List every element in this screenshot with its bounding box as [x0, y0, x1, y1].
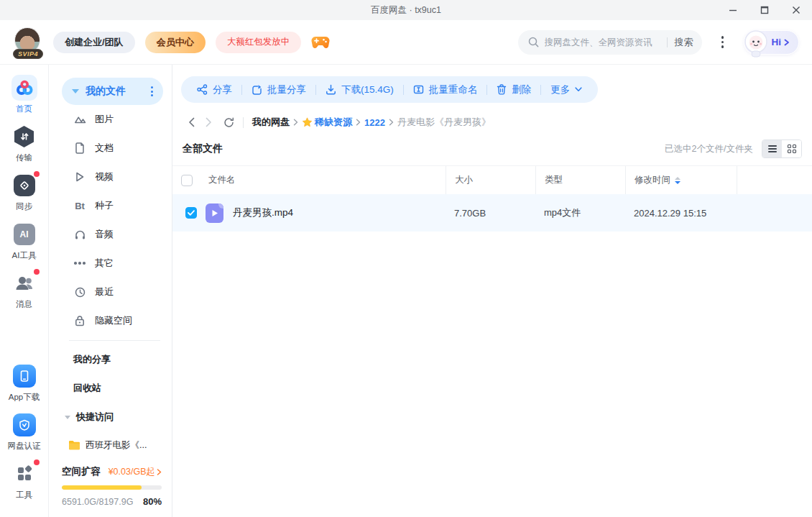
sidebar-item-videos[interactable]: 视频: [62, 163, 163, 191]
rail-item-tools[interactable]: 工具: [11, 461, 37, 500]
sidebar-item-hidden-space[interactable]: 隐藏空间: [62, 306, 163, 335]
vip-center-button[interactable]: 会员中心: [145, 32, 206, 53]
left-rail: 首页 传输 同步: [0, 65, 49, 517]
breadcrumb: 我的网盘 稀缺资源 1222 丹麦电影《丹麦男孩》: [183, 112, 812, 132]
download-button[interactable]: 下载(15.4G): [326, 83, 394, 96]
video-file-icon: [206, 203, 223, 223]
select-all-checkbox[interactable]: [181, 175, 193, 186]
search-submit-button[interactable]: 搜索: [675, 36, 693, 49]
delete-button[interactable]: 删除: [497, 83, 531, 96]
sidebar-item-audio[interactable]: 音频: [62, 220, 163, 249]
rail-item-certification[interactable]: 网盘认证: [8, 412, 41, 452]
game-center-button[interactable]: [311, 35, 330, 50]
rail-item-ai-tools[interactable]: AI AI工具: [11, 221, 37, 261]
view-toggle: [762, 139, 802, 158]
rename-icon: [413, 84, 424, 95]
close-button[interactable]: [780, 0, 812, 20]
search-input[interactable]: [545, 37, 660, 47]
column-modified[interactable]: 修改时间: [625, 166, 737, 194]
svip-badge: SVIP4: [13, 49, 43, 59]
rail-item-transfer[interactable]: 传输: [11, 124, 37, 163]
app-download-icon: [13, 365, 36, 388]
baidu-netdisk-logo-icon: [15, 78, 34, 97]
chevron-right-icon: [783, 39, 790, 46]
notification-dot: [34, 459, 40, 465]
batch-share-button[interactable]: 批量分享: [252, 83, 306, 96]
sidebar-item-my-files[interactable]: 我的文件: [62, 78, 163, 105]
my-files-menu-icon[interactable]: [149, 85, 154, 98]
sidebar-item-documents[interactable]: 文档: [62, 134, 163, 163]
rail-item-home[interactable]: 首页: [11, 75, 37, 114]
breadcrumb-separator-icon: [293, 119, 298, 126]
sidebar-item-recycle-bin[interactable]: 回收站: [62, 374, 163, 403]
storage-progress-fill: [62, 485, 142, 490]
column-name[interactable]: 文件名: [208, 174, 236, 186]
notification-dot: [34, 171, 40, 177]
back-button[interactable]: [183, 114, 200, 131]
more-button[interactable]: 更多: [550, 83, 582, 96]
ellipsis-icon: [74, 262, 86, 265]
list-view-button[interactable]: [762, 140, 782, 157]
red-packet-button[interactable]: 大额红包发放中: [216, 32, 302, 53]
forward-button[interactable]: [200, 114, 217, 131]
toolbar: 分享 批量分享 下载(15.4G) 批量重命名: [181, 76, 812, 103]
row-checkbox[interactable]: [185, 207, 197, 219]
file-size: 7.70GB: [446, 208, 535, 219]
rail-item-sync[interactable]: 同步: [11, 173, 37, 212]
table-header: 文件名 大小 类型 修改时间: [172, 165, 812, 194]
maximize-button[interactable]: [749, 0, 780, 20]
table-row[interactable]: 丹麦男孩.mp4 7.70GB mp4文件 2024.12.29 15:15: [172, 194, 812, 232]
rail-item-messages[interactable]: 消息: [11, 270, 37, 310]
toolbar-divider: [241, 85, 242, 95]
sync-icon: [14, 175, 35, 196]
sidebar-item-pictures[interactable]: 图片: [62, 105, 163, 134]
sort-icon[interactable]: [675, 177, 680, 184]
breadcrumb-separator-icon: [389, 119, 394, 126]
rail-label: 工具: [16, 490, 32, 500]
breadcrumb-starred-folder[interactable]: 稀缺资源: [302, 116, 352, 129]
batch-rename-button[interactable]: 批量重命名: [413, 83, 478, 96]
bt-icon: Bt: [75, 201, 85, 211]
refresh-button[interactable]: [220, 114, 237, 131]
file-table: 文件名 大小 类型 修改时间: [172, 165, 812, 232]
selection-info: 已选中2个文件/文件夹: [665, 143, 753, 155]
ai-assistant-button[interactable]: Hi: [744, 30, 800, 55]
sidebar-quick-access[interactable]: 快捷访问: [62, 403, 163, 431]
play-icon: [75, 171, 85, 183]
breadcrumb-folder-1222[interactable]: 1222: [364, 117, 385, 128]
rail-label: 网盘认证: [8, 441, 41, 452]
more-menu-button[interactable]: [714, 32, 732, 53]
minimize-button[interactable]: [717, 0, 749, 20]
rail-item-app-download[interactable]: App下载: [9, 363, 40, 403]
file-modified: 2024.12.29 15:15: [625, 208, 737, 219]
rail-label: AI工具: [12, 250, 37, 261]
search-icon: [528, 37, 539, 47]
filelist-section-header: 全部文件 已选中2个文件/文件夹: [183, 138, 802, 160]
user-avatar[interactable]: SVIP4: [14, 27, 42, 58]
rail-label: 消息: [16, 299, 32, 310]
folder-icon: [68, 440, 80, 450]
sidebar-item-my-shares[interactable]: 我的分享: [62, 345, 163, 374]
storage-footer: 空间扩容 ¥0.03/GB起 6591.0G/8197.9G 80%: [62, 465, 163, 507]
breadcrumb-root[interactable]: 我的网盘: [252, 116, 290, 129]
search-box[interactable]: 搜索: [518, 30, 702, 55]
window-controls: [717, 0, 812, 20]
column-type[interactable]: 类型: [535, 166, 625, 194]
create-team-button[interactable]: 创建企业/团队: [53, 32, 135, 53]
file-name[interactable]: 丹麦男孩.mp4: [233, 206, 293, 219]
toolbar-divider: [403, 85, 404, 95]
storage-expand-link[interactable]: ¥0.03/GB起: [109, 466, 162, 478]
headphones-icon: [75, 229, 86, 240]
sidebar-item-torrents[interactable]: Bt 种子: [62, 191, 163, 220]
grid-view-button[interactable]: [782, 140, 801, 157]
sidebar-item-recent[interactable]: 最近: [62, 278, 163, 306]
share-button[interactable]: 分享: [197, 83, 232, 96]
refresh-icon: [223, 117, 234, 128]
sidebar-item-other[interactable]: 其它: [62, 249, 163, 278]
breadcrumb-separator-icon: [356, 119, 361, 126]
sidebar-item-quick-folder[interactable]: 西班牙电影《...: [62, 431, 163, 459]
tools-icon: [16, 465, 33, 482]
caret-down-icon: [72, 89, 79, 93]
column-size[interactable]: 大小: [446, 166, 535, 194]
transfer-icon: [14, 126, 35, 147]
